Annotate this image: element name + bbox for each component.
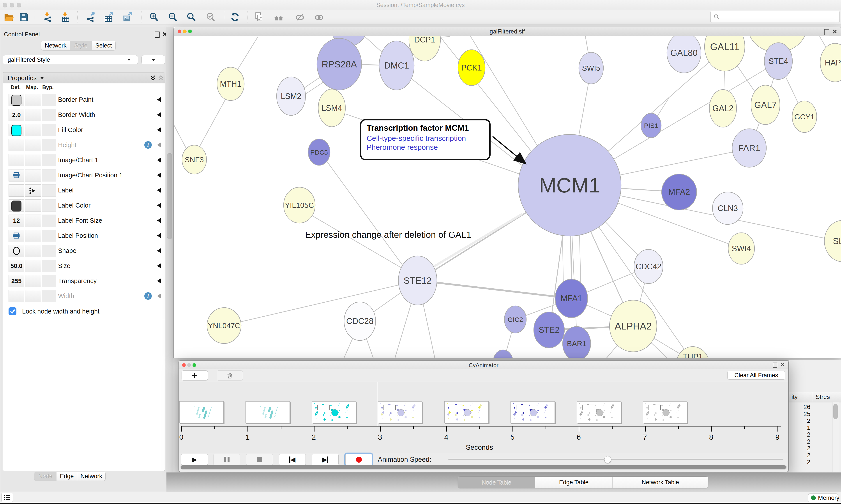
frame-thumbnail[interactable] <box>444 401 489 423</box>
frame-thumbnail[interactable] <box>577 401 621 423</box>
table-cell[interactable]: 2 <box>791 459 810 466</box>
mapping-cell[interactable] <box>25 260 41 272</box>
bypass-cell[interactable] <box>42 94 56 106</box>
export-image-icon[interactable] <box>122 12 132 22</box>
mapping-cell[interactable] <box>25 94 41 106</box>
close-view-icon[interactable] <box>780 363 785 367</box>
collapse-arrow-icon[interactable] <box>157 203 161 208</box>
property-row[interactable]: Image/Chart Position 1 <box>3 168 165 183</box>
default-value-cell[interactable]: 2.0 <box>8 109 24 121</box>
mapping-cell[interactable] <box>25 199 41 212</box>
collapse-arrow-icon[interactable] <box>157 112 161 117</box>
collapse-arrow-icon[interactable] <box>157 278 161 283</box>
bypass-cell[interactable] <box>42 290 56 302</box>
network-canvas[interactable]: RPS28ADMC1DCP1PCK1MTH1LSM2LSM4SWI5GAL80G… <box>174 36 841 358</box>
mapping-cell[interactable] <box>25 275 41 287</box>
search-input[interactable] <box>722 13 837 21</box>
tab-network[interactable]: Network <box>41 41 70 50</box>
float-panel-icon[interactable] <box>155 32 160 38</box>
bypass-cell[interactable] <box>42 215 56 227</box>
delete-frame-button[interactable] <box>217 371 243 380</box>
default-value-cell[interactable] <box>8 139 24 151</box>
frame-thumbnail[interactable] <box>511 401 555 423</box>
table-cell[interactable]: 2 <box>791 445 810 452</box>
mapping-cell[interactable] <box>25 184 41 197</box>
frame-thumbnail[interactable] <box>312 401 356 423</box>
default-value-cell[interactable] <box>8 199 24 212</box>
mapping-cell[interactable] <box>25 169 41 181</box>
collapse-arrow-icon[interactable] <box>157 188 161 193</box>
default-value-cell[interactable]: 50.0 <box>8 260 24 272</box>
export-network-icon[interactable] <box>85 12 95 22</box>
lock-size-checkbox[interactable] <box>8 307 16 315</box>
tab-style[interactable]: Style <box>70 41 92 50</box>
tab-select[interactable]: Select <box>92 41 115 50</box>
collapse-arrow-icon[interactable] <box>157 173 161 178</box>
property-row[interactable]: 255Transparency <box>3 273 165 289</box>
default-value-cell[interactable] <box>8 154 24 166</box>
float-window-icon[interactable] <box>773 363 777 368</box>
first-neighbors-icon[interactable] <box>274 12 284 22</box>
default-value-cell[interactable]: 255 <box>8 275 24 287</box>
vertical-scrollbar-thumb[interactable] <box>167 153 172 239</box>
import-network-icon[interactable] <box>42 12 53 22</box>
annotation-link-1[interactable]: Cell-type-specific transcription <box>366 134 484 143</box>
info-icon[interactable]: i <box>144 141 152 149</box>
show-icon[interactable] <box>314 12 324 22</box>
record-button[interactable] <box>345 454 372 466</box>
property-row[interactable]: Label <box>3 183 165 198</box>
zoom-fit-icon[interactable] <box>186 12 196 22</box>
tab-network-bottom[interactable]: Network <box>77 472 105 481</box>
hide-icon[interactable] <box>295 12 305 22</box>
zoom-out-icon[interactable] <box>168 12 178 22</box>
mapping-cell[interactable] <box>25 109 41 121</box>
bypass-cell[interactable] <box>42 230 56 242</box>
collapse-arrow-icon[interactable] <box>157 158 161 162</box>
collapse-arrow-icon[interactable] <box>157 218 161 223</box>
table-cell[interactable]: 25 <box>791 411 810 417</box>
tab-network-table[interactable]: Network Table <box>612 476 708 488</box>
default-value-cell[interactable]: 12 <box>8 215 24 227</box>
style-options-button[interactable] <box>142 55 165 65</box>
mapping-cell[interactable] <box>25 230 41 242</box>
default-value-cell[interactable] <box>8 94 24 106</box>
export-table-icon[interactable] <box>103 12 113 22</box>
frame-thumbnail[interactable] <box>246 401 290 423</box>
annotation-box[interactable]: Transcription factor MCM1 Cell-type-spec… <box>360 119 490 160</box>
property-row[interactable]: Shape <box>3 243 165 258</box>
previous-frame-button[interactable]: ▶ <box>279 454 306 466</box>
column-header[interactable]: Stres <box>816 393 830 400</box>
table-cell[interactable]: 1 <box>791 424 810 431</box>
expand-all-icon[interactable] <box>150 75 156 81</box>
mapping-cell[interactable] <box>25 139 41 151</box>
table-cell[interactable]: 2 <box>791 431 810 438</box>
bypass-cell[interactable] <box>42 109 56 121</box>
property-row[interactable]: 12Label Font Size <box>3 213 165 228</box>
timeline-playhead[interactable] <box>377 382 377 426</box>
frame-thumbnail[interactable] <box>179 401 223 423</box>
collapse-arrow-icon[interactable] <box>157 97 161 102</box>
network-node[interactable] <box>493 350 513 358</box>
bypass-cell[interactable] <box>42 199 56 212</box>
table-cell[interactable]: 2 <box>791 417 810 424</box>
collapse-arrow-icon[interactable] <box>157 127 161 132</box>
mapping-cell[interactable] <box>25 215 41 227</box>
import-table-icon[interactable] <box>60 12 71 22</box>
frame-thumbnail[interactable] <box>378 401 422 423</box>
zoom-selected-icon[interactable] <box>205 12 215 22</box>
default-value-cell[interactable] <box>8 184 24 197</box>
property-row[interactable]: 50.0Size <box>3 258 165 274</box>
search-field[interactable] <box>711 11 840 23</box>
stop-button[interactable] <box>246 454 273 466</box>
mapping-cell[interactable] <box>25 245 41 257</box>
show-panels-button[interactable] <box>1 492 13 502</box>
table-cell[interactable]: 26 <box>791 403 810 411</box>
collapse-arrow-icon[interactable] <box>157 248 161 253</box>
bypass-cell[interactable] <box>42 260 56 272</box>
default-value-cell[interactable] <box>8 124 24 136</box>
tab-node-table[interactable]: Node Table <box>458 476 535 488</box>
property-row[interactable]: 2.0Border Width <box>3 107 165 123</box>
table-scrollbar[interactable] <box>832 402 839 472</box>
properties-header[interactable]: Properties <box>3 72 165 84</box>
zoom-in-icon[interactable] <box>149 12 159 22</box>
